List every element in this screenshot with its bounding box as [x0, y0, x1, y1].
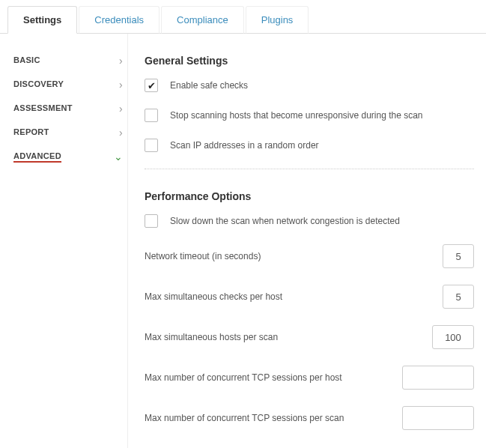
row-tcp-per-host: Max number of concurrent TCP sessions pe… — [145, 366, 474, 390]
chevron-right-icon: › — [119, 127, 123, 139]
label-slow-down: Slow down the scan when network congesti… — [170, 216, 400, 226]
chevron-right-icon: › — [119, 103, 123, 115]
input-max-hosts[interactable] — [432, 325, 474, 349]
row-max-checks: Max simultaneous checks per host — [145, 285, 474, 309]
input-tcp-per-host[interactable] — [402, 366, 474, 390]
main-panel: General Settings Enable safe checks Stop… — [127, 34, 486, 448]
tab-credentials[interactable]: Credentials — [79, 6, 160, 34]
label-max-checks: Max simultaneous checks per host — [145, 291, 428, 302]
input-tcp-per-scan[interactable] — [402, 406, 474, 430]
sidebar-item-advanced[interactable]: ADVANCED ⌄ — [13, 145, 127, 169]
sidebar-item-basic[interactable]: BASIC › — [13, 49, 127, 73]
label-random-order: Scan IP addresses in a random order — [170, 140, 319, 151]
sidebar-item-label: REPORT — [13, 127, 49, 139]
label-tcp-per-scan: Max number of concurrent TCP sessions pe… — [145, 413, 387, 423]
sidebar-item-label: ASSESSMENT — [13, 103, 73, 115]
sidebar-item-label: DISCOVERY — [13, 79, 64, 91]
sidebar: BASIC › DISCOVERY › ASSESSMENT › REPORT … — [0, 34, 127, 448]
sidebar-item-report[interactable]: REPORT › — [13, 121, 127, 145]
label-stop-unresponsive: Stop scanning hosts that become unrespon… — [170, 110, 423, 121]
label-max-hosts: Max simultaneous hosts per scan — [145, 332, 417, 342]
label-safe-checks: Enable safe checks — [170, 80, 248, 91]
checkbox-safe-checks[interactable] — [145, 79, 158, 92]
sidebar-item-label: ADVANCED — [13, 151, 61, 163]
row-safe-checks: Enable safe checks — [145, 79, 474, 92]
row-tcp-per-scan: Max number of concurrent TCP sessions pe… — [145, 406, 474, 430]
label-network-timeout: Network timeout (in seconds) — [145, 251, 428, 261]
checkbox-random-order[interactable] — [145, 139, 158, 152]
tab-compliance[interactable]: Compliance — [161, 6, 244, 34]
sidebar-item-label: BASIC — [13, 55, 40, 67]
tab-plugins[interactable]: Plugins — [246, 6, 309, 34]
input-max-checks[interactable] — [443, 285, 474, 309]
sidebar-item-discovery[interactable]: DISCOVERY › — [13, 73, 127, 97]
label-tcp-per-host: Max number of concurrent TCP sessions pe… — [145, 372, 387, 383]
row-network-timeout: Network timeout (in seconds) — [145, 244, 474, 268]
section-separator — [145, 169, 474, 169]
chevron-down-icon: ⌄ — [114, 151, 123, 163]
tab-settings[interactable]: Settings — [7, 6, 77, 34]
row-random-order: Scan IP addresses in a random order — [145, 139, 474, 152]
tab-bar: Settings Credentials Compliance Plugins — [0, 0, 486, 34]
row-max-hosts: Max simultaneous hosts per scan — [145, 325, 474, 349]
section-heading-general: General Settings — [145, 55, 474, 67]
chevron-right-icon: › — [119, 79, 123, 91]
section-heading-performance: Performance Options — [145, 190, 474, 202]
row-stop-unresponsive: Stop scanning hosts that become unrespon… — [145, 109, 474, 122]
row-slow-down: Slow down the scan when network congesti… — [145, 214, 474, 228]
checkbox-stop-unresponsive[interactable] — [145, 109, 158, 122]
input-network-timeout[interactable] — [443, 244, 474, 268]
sidebar-item-assessment[interactable]: ASSESSMENT › — [13, 97, 127, 121]
checkbox-slow-down[interactable] — [145, 214, 158, 228]
chevron-right-icon: › — [119, 55, 123, 67]
